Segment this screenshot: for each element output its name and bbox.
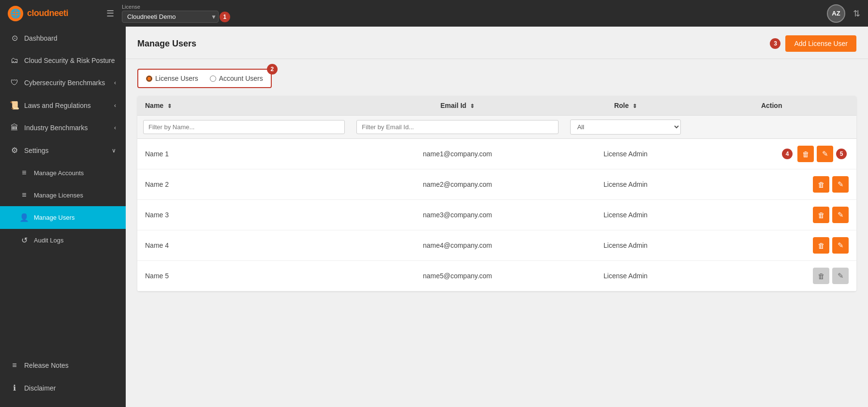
delete-button[interactable]: 🗑 <box>813 237 829 254</box>
info-icon: ℹ <box>10 383 19 392</box>
sidebar-item-cloud-security[interactable]: 🗂 Cloud Security & Risk Posture <box>0 49 126 72</box>
users-table-container: Name ⇕ Email Id ⇕ Role ⇕ <box>137 96 856 291</box>
industry-icon: 🏛 <box>10 123 19 132</box>
col-name: Name ⇕ <box>137 96 351 116</box>
filter-name-input[interactable] <box>143 120 345 134</box>
avatar[interactable]: AZ <box>827 4 845 23</box>
col-role: Role ⇕ <box>564 96 687 116</box>
cell-role: License Admin <box>564 230 687 261</box>
sort-icon: ⇕ <box>167 103 172 109</box>
logo-text: cloudneeti <box>27 8 68 18</box>
sidebar-item-label: Dashboard <box>24 34 58 42</box>
sidebar-item-manage-licenses[interactable]: ≡ Manage Licenses <box>0 184 126 206</box>
filter-name-cell <box>137 116 351 139</box>
sidebar-item-cybersecurity[interactable]: 🛡 Cybersecurity Benchmarks ‹ <box>0 72 126 94</box>
edit-button[interactable]: ✎ <box>832 237 849 254</box>
badge-3: 3 <box>770 38 780 49</box>
content-header: Manage Users 3 Add License User <box>126 27 868 59</box>
sidebar-item-disclaimer[interactable]: ℹ Disclaimer <box>0 377 126 399</box>
sidebar-item-label: Laws and Regulations <box>24 102 91 109</box>
top-header: 🌐 cloudneeti ☰ License Cloudneeti Demo ▼… <box>0 0 868 27</box>
list-icon: ≡ <box>19 191 29 199</box>
list-icon: ≡ <box>19 168 29 177</box>
edit-button[interactable]: ✎ <box>817 146 833 162</box>
filter-email-input[interactable] <box>356 120 558 134</box>
cell-role: License Admin <box>564 169 687 200</box>
cell-role: License Admin <box>564 200 687 230</box>
sidebar-item-label: Manage Licenses <box>34 192 83 199</box>
filter-email-cell <box>351 116 564 139</box>
badge-2: 2 <box>267 64 278 75</box>
sidebar: ⊙ Dashboard 🗂 Cloud Security & Risk Post… <box>0 27 126 407</box>
hamburger-menu[interactable]: ☰ <box>106 8 114 19</box>
account-users-label: Account Users <box>219 75 263 82</box>
release-notes-icon: ≡ <box>10 361 19 370</box>
delete-button[interactable]: 🗑 <box>813 207 829 223</box>
cell-name: Name 4 <box>137 230 351 261</box>
sidebar-item-release-notes[interactable]: ≡ Release Notes <box>0 354 126 377</box>
sidebar-item-label: Cloud Security & Risk Posture <box>24 57 115 64</box>
sidebar-item-label: Manage Accounts <box>34 169 84 177</box>
logo-area: 🌐 cloudneeti ☰ <box>8 6 114 21</box>
dashboard-icon: ⊙ <box>10 33 19 43</box>
chevron-left-icon: ‹ <box>114 102 116 109</box>
header-right: AZ ⇅ <box>827 4 860 23</box>
action-cell: 🗑 ✎ <box>694 237 849 254</box>
cell-email: name2@company.com <box>351 169 564 200</box>
license-users-radio-input[interactable] <box>146 75 152 82</box>
license-users-label: License Users <box>155 75 198 82</box>
sort-icon: ⇕ <box>470 103 474 109</box>
main-layout: ⊙ Dashboard 🗂 Cloud Security & Risk Post… <box>0 27 868 407</box>
action-cell: 🗑 ✎ <box>694 176 849 193</box>
edit-button-disabled[interactable]: ✎ <box>832 268 849 284</box>
badge-5: 5 <box>836 149 847 159</box>
delete-button-disabled[interactable]: 🗑 <box>813 268 829 284</box>
gear-icon: ⚙ <box>10 146 19 155</box>
col-action: Action <box>687 96 856 116</box>
col-email: Email Id ⇕ <box>351 96 564 116</box>
chevron-left-icon: ‹ <box>114 79 116 86</box>
table-row: Name 2 name2@company.com License Admin 🗑… <box>137 169 856 200</box>
cell-email: name3@company.com <box>351 200 564 230</box>
sidebar-item-laws[interactable]: 📜 Laws and Regulations ‹ <box>0 94 126 117</box>
sidebar-item-dashboard[interactable]: ⊙ Dashboard <box>0 27 126 49</box>
edit-button[interactable]: ✎ <box>832 176 849 193</box>
laws-icon: 📜 <box>10 101 19 110</box>
filter-role-cell: All <box>564 116 687 139</box>
delete-button[interactable]: 🗑 <box>813 176 829 193</box>
cell-name: Name 3 <box>137 200 351 230</box>
license-select[interactable]: Cloudneeti Demo <box>122 11 219 23</box>
license-selector-area: License Cloudneeti Demo ▼ 1 <box>122 4 230 23</box>
sidebar-item-label: Disclaimer <box>24 384 56 392</box>
badge-1: 1 <box>220 12 230 22</box>
chevron-left-icon: ‹ <box>114 124 116 131</box>
add-license-user-button[interactable]: Add License User <box>785 35 856 52</box>
cell-action: 🗑 ✎ <box>687 261 856 291</box>
sidebar-item-manage-users[interactable]: 👤 Manage Users <box>0 206 126 229</box>
action-cell: 4 🗑 ✎ 5 <box>694 146 849 162</box>
cell-name: Name 5 <box>137 261 351 291</box>
sidebar-item-label: Release Notes <box>24 362 69 369</box>
sidebar-item-label: Manage Users <box>34 214 75 221</box>
edit-button[interactable]: ✎ <box>832 207 849 223</box>
delete-button[interactable]: 🗑 <box>797 146 814 162</box>
cell-action: 4 🗑 ✎ 5 <box>687 139 856 169</box>
user-type-radio-group: License Users Account Users 2 <box>137 69 272 88</box>
sidebar-item-label: Audit Logs <box>34 237 63 244</box>
sidebar-item-industry[interactable]: 🏛 Industry Benchmarks ‹ <box>0 117 126 139</box>
sidebar-bottom: ≡ Release Notes ℹ Disclaimer <box>0 354 126 399</box>
sidebar-item-audit-logs[interactable]: ↺ Audit Logs <box>0 229 126 252</box>
cell-action: 🗑 ✎ <box>687 230 856 261</box>
account-users-radio[interactable]: Account Users <box>210 75 263 82</box>
license-users-radio[interactable]: License Users <box>146 75 198 82</box>
sidebar-item-manage-accounts[interactable]: ≡ Manage Accounts <box>0 162 126 184</box>
account-users-radio-input[interactable] <box>210 75 216 82</box>
table-row: Name 5 name5@company.com License Admin 🗑… <box>137 261 856 291</box>
table-row: Name 4 name4@company.com License Admin 🗑… <box>137 230 856 261</box>
sidebar-item-settings[interactable]: ⚙ Settings ∨ <box>0 139 126 162</box>
users-table: Name ⇕ Email Id ⇕ Role ⇕ <box>137 96 856 291</box>
filter-role-select[interactable]: All <box>570 120 681 135</box>
cell-email: name5@company.com <box>351 261 564 291</box>
logo-icon: 🌐 <box>8 6 23 21</box>
settings-sliders-icon[interactable]: ⇅ <box>853 8 860 19</box>
